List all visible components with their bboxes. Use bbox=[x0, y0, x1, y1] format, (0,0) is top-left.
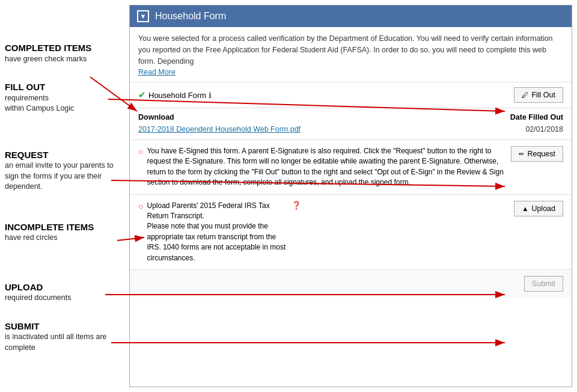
intro-text: You were selected for a process called v… bbox=[138, 34, 553, 66]
panel-header: ▼ Household Form bbox=[130, 5, 572, 27]
date-filled-value: 02/01/2018 bbox=[459, 124, 563, 135]
red-circle-icon: ○ bbox=[138, 147, 143, 156]
request-button[interactable]: ✏ Request bbox=[511, 146, 563, 162]
download-file-link[interactable]: 2017-2018 Dependent Household Web Form.p… bbox=[138, 125, 301, 133]
request-sub: an email invite to your parents to sign … bbox=[5, 161, 123, 192]
upload-title: UPLOAD bbox=[5, 281, 123, 293]
esign-text: You have E-Signed this form. A parent E-… bbox=[147, 146, 505, 188]
download-table-row: 2017-2018 Dependent Household Web Form.p… bbox=[138, 124, 563, 135]
submit-button[interactable]: Submit bbox=[524, 276, 563, 292]
upload-icon: ▲ bbox=[522, 205, 528, 212]
read-more-link[interactable]: Read More bbox=[138, 68, 176, 76]
submit-section: Submit bbox=[130, 270, 572, 298]
red-circle-upload-icon: ○ bbox=[138, 201, 143, 211]
intro-section: You were selected for a process called v… bbox=[130, 27, 572, 82]
fill-out-title: FILL OUT bbox=[5, 81, 123, 93]
submit-title: SUBMIT bbox=[5, 320, 123, 332]
household-form-label: Household Form bbox=[148, 91, 206, 100]
completed-items-sub: have green check marks bbox=[5, 54, 123, 65]
download-section: Download Date Filled Out 2017-2018 Depen… bbox=[130, 108, 572, 140]
upload-button[interactable]: ▲ Upload bbox=[514, 201, 563, 216]
incomplete-items-title: INCOMPLETE ITEMS bbox=[5, 221, 123, 233]
green-check-icon: ✔ bbox=[138, 90, 146, 100]
request-title: REQUEST bbox=[5, 149, 123, 161]
upload-sub: required documents bbox=[5, 293, 123, 304]
upload-text: Upload Parents' 2015 Federal IRS Tax Ret… bbox=[147, 201, 285, 263]
upload-info-icon[interactable]: ❓ bbox=[292, 201, 301, 210]
esign-section: ○ You have E-Signed this form. A parent … bbox=[130, 140, 572, 195]
pencil-icon: ✏ bbox=[519, 150, 524, 158]
completed-items-title: COMPLETED ITEMS bbox=[5, 42, 123, 54]
date-filled-col-header: Date Filled Out bbox=[459, 113, 563, 124]
download-col-header: Download bbox=[138, 113, 459, 124]
fill-out-sub: requirements within Campus Logic bbox=[5, 93, 123, 114]
edit-icon: 🖊 bbox=[522, 91, 528, 99]
info-icon[interactable]: ℹ bbox=[209, 91, 212, 100]
submit-sub: is inactivated until all items are compl… bbox=[5, 332, 123, 353]
fill-out-button[interactable]: 🖊 Fill Out bbox=[514, 87, 563, 103]
chevron-down-icon[interactable]: ▼ bbox=[137, 10, 149, 22]
panel-title: Household Form bbox=[155, 11, 226, 22]
incomplete-items-sub: have red circles bbox=[5, 233, 123, 243]
upload-section: ○ Upload Parents' 2015 Federal IRS Tax R… bbox=[130, 195, 572, 270]
household-form-row: ✔ Household Form ℹ 🖊 Fill Out bbox=[130, 82, 572, 108]
